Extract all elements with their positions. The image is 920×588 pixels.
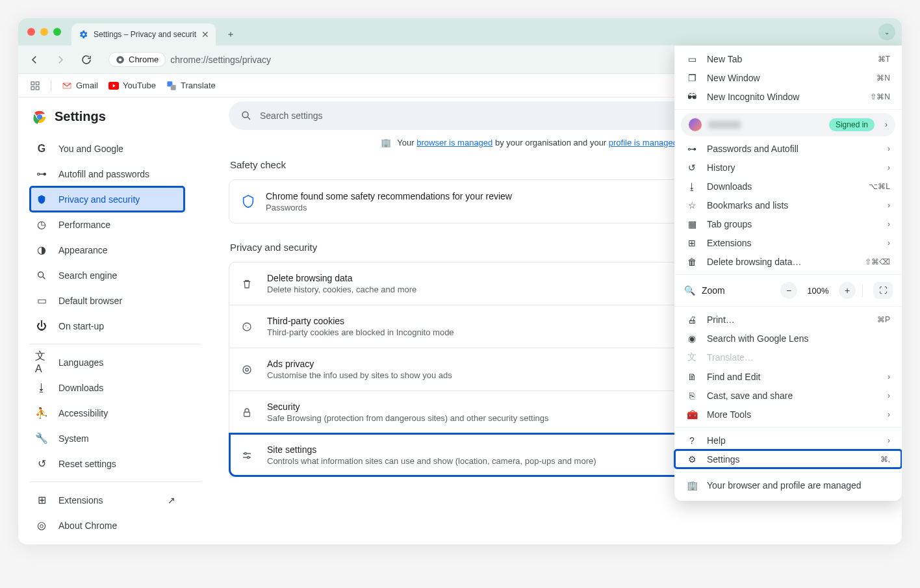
sidebar-item-system[interactable]: 🔧System [30,426,185,451]
grid-icon: ▦ [686,219,698,229]
maximize-window-button[interactable] [53,28,61,36]
separator [862,284,863,297]
chrome-logo-icon [116,55,125,64]
menu-passwords[interactable]: ⊶Passwords and Autofill› [674,139,902,158]
menu-new-incognito[interactable]: 🕶New Incognito Window⇧⌘N [674,87,902,106]
sidebar-item-accessibility[interactable]: ⛹Accessibility [30,400,185,426]
chevron-right-icon: › [888,220,890,229]
menu-bookmarks[interactable]: ☆Bookmarks and lists› [674,196,902,214]
sidebar-item-reset[interactable]: ↺Reset settings [30,451,185,476]
sidebar-item-default-browser[interactable]: ▭Default browser [30,288,185,313]
sidebar-item-autofill[interactable]: ⊶Autofill and passwords [30,161,185,186]
tab-icon: ▭ [686,54,698,64]
incognito-icon: 🕶 [686,92,698,102]
new-tab-button[interactable]: ＋ [221,25,240,44]
safety-sub: Passwords [266,203,512,212]
window-icon: ❐ [686,73,698,83]
laptop-icon: ▭ [35,294,48,307]
sidebar-item-performance[interactable]: ◷Performance [30,212,185,237]
browser-window: Settings – Privacy and securit ✕ ＋ ⌄ Chr… [18,18,902,544]
sidebar-item-search-engine[interactable]: Search engine [30,262,185,288]
menu-divider [674,274,902,275]
minimize-window-button[interactable] [40,28,48,36]
back-button[interactable] [25,50,44,70]
menu-divider [674,472,902,472]
menu-more-tools[interactable]: 🧰More Tools› [674,405,902,424]
menu-find-and-edit[interactable]: 🗎Find and Edit› [674,367,902,386]
chevron-right-icon: › [888,410,890,419]
sidebar-item-extensions[interactable]: ⊞Extensions↗ [30,487,185,513]
browser-managed-link[interactable]: browser is managed [416,138,492,147]
forward-button[interactable] [51,50,70,70]
chevron-right-icon: › [888,436,890,445]
svg-rect-11 [171,84,176,90]
sidebar-item-on-startup[interactable]: ⏻On start-up [30,313,185,339]
address-bar[interactable]: Chrome chrome://settings/privacy [103,49,696,70]
menu-divider [674,306,902,307]
sliders-icon [241,450,255,461]
svg-point-18 [246,325,247,326]
settings-sidebar: Settings GYou and Google ⊶Autofill and p… [18,97,213,544]
menu-extensions[interactable]: ⊞Extensions› [674,233,902,252]
sidebar-item-downloads[interactable]: ⭳Downloads [30,375,185,400]
site-info-chip[interactable]: Chrome [109,53,165,66]
svg-point-14 [38,114,42,118]
power-icon: ⏻ [35,320,48,332]
menu-downloads[interactable]: ⭳Downloads⌥⌘L [674,177,902,196]
bookmark-translate[interactable]: Translate [166,81,216,91]
menu-history[interactable]: ↺History› [674,158,902,177]
menu-new-tab[interactable]: ▭New Tab⌘T [674,49,902,68]
sidebar-item-appearance[interactable]: ◑Appearance [30,237,185,262]
document-search-icon: 🗎 [686,372,698,382]
window-controls [27,28,61,36]
apps-grid-icon[interactable] [30,81,40,91]
zoom-out-button[interactable]: − [780,282,797,299]
svg-rect-7 [31,86,34,90]
key-icon: ⊶ [35,168,48,180]
sidebar-header: Settings [30,107,213,136]
svg-point-1 [119,58,122,61]
google-g-icon: G [35,143,48,155]
reset-icon: ↺ [35,457,48,470]
fullscreen-button[interactable]: ⛶ [873,282,893,299]
download-icon: ⭳ [35,382,48,394]
menu-managed-notice[interactable]: 🏢Your browser and profile are managed [674,476,902,494]
titlebar: Settings – Privacy and securit ✕ ＋ ⌄ [18,18,902,45]
star-icon: ☆ [686,200,698,211]
palette-icon: ◑ [35,244,48,256]
menu-settings[interactable]: ⚙Settings⌘, [674,450,902,468]
bookmark-gmail[interactable]: Gmail [62,81,98,91]
puzzle-icon: ⊞ [686,238,698,248]
reload-button[interactable] [77,50,96,70]
sidebar-item-languages[interactable]: 文ALanguages [30,350,185,375]
svg-point-23 [244,452,246,454]
key-icon: ⊶ [686,144,698,154]
close-tab-icon[interactable]: ✕ [201,29,209,40]
browser-tab[interactable]: Settings – Privacy and securit ✕ [71,23,216,45]
app-menu: ▭New Tab⌘T ❐New Window⌘N 🕶New Incognito … [674,45,902,501]
svg-point-24 [248,456,249,458]
menu-cast-save-share[interactable]: ⎘Cast, save and share› [674,386,902,405]
menu-delete-browsing-data[interactable]: 🗑Delete browsing data…⇧⌘⌫ [674,252,902,271]
menu-google-lens[interactable]: ◉Search with Google Lens [674,329,902,348]
profile-managed-link[interactable]: profile is managed [609,138,678,147]
chevron-right-icon: › [888,144,890,153]
close-window-button[interactable] [27,28,35,36]
menu-print[interactable]: 🖨Print…⌘P [674,310,902,329]
sidebar-item-you-and-google[interactable]: GYou and Google [30,136,185,161]
sidebar-item-about[interactable]: ◎About Chrome [30,513,185,538]
menu-new-window[interactable]: ❐New Window⌘N [674,68,902,87]
history-icon: ↺ [686,162,698,173]
cookie-icon [241,321,255,333]
zoom-in-button[interactable]: + [839,282,856,299]
menu-tab-groups[interactable]: ▦Tab groups› [674,214,902,233]
chevron-right-icon: › [888,238,890,248]
menu-help[interactable]: ?Help› [674,431,902,450]
menu-profile-row[interactable]: Signed in › [681,113,895,136]
bookmark-youtube[interactable]: YouTube [109,81,156,90]
tabstrip-dropdown-button[interactable]: ⌄ [878,23,895,40]
sidebar-item-privacy-security[interactable]: Privacy and security [30,186,185,212]
svg-rect-6 [36,82,39,85]
chevron-right-icon: › [888,201,890,210]
divider [30,481,201,482]
